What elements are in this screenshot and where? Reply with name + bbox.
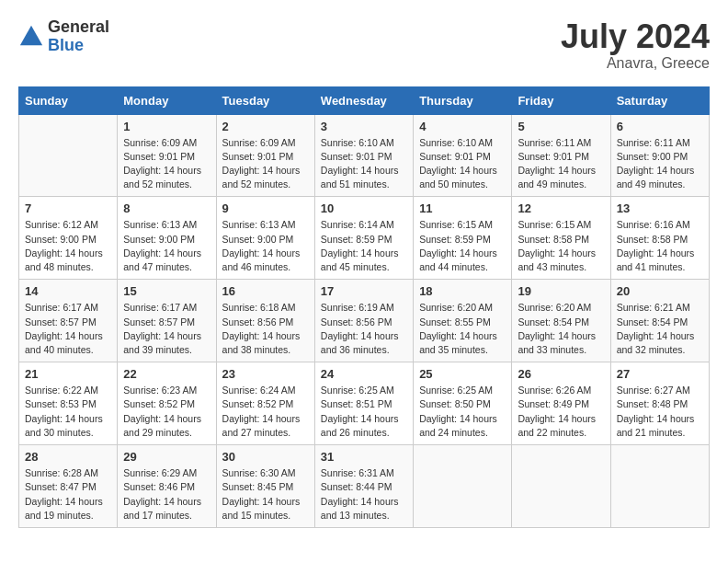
day-info: Sunrise: 6:09 AMSunset: 9:01 PMDaylight:… <box>222 136 309 192</box>
calendar-cell: 4Sunrise: 6:10 AMSunset: 9:01 PMDaylight… <box>414 114 512 197</box>
day-info: Sunrise: 6:10 AMSunset: 9:01 PMDaylight:… <box>321 136 407 192</box>
calendar-cell: 9Sunrise: 6:13 AMSunset: 9:00 PMDaylight… <box>216 197 314 280</box>
day-info: Sunrise: 6:17 AMSunset: 8:57 PMDaylight:… <box>25 301 111 357</box>
calendar-cell: 31Sunrise: 6:31 AMSunset: 8:44 PMDayligh… <box>314 445 413 528</box>
day-number: 28 <box>25 450 111 464</box>
day-header-tuesday: Tuesday <box>216 86 314 114</box>
logo-icon <box>18 24 44 50</box>
day-info: Sunrise: 6:09 AMSunset: 9:01 PMDaylight:… <box>123 136 210 192</box>
day-number: 13 <box>617 201 703 215</box>
day-number: 15 <box>123 284 210 298</box>
day-info: Sunrise: 6:10 AMSunset: 9:01 PMDaylight:… <box>419 136 506 192</box>
calendar-week-1: 1Sunrise: 6:09 AMSunset: 9:01 PMDaylight… <box>19 114 710 197</box>
calendar-cell: 22Sunrise: 6:23 AMSunset: 8:52 PMDayligh… <box>118 362 216 445</box>
calendar-cell: 11Sunrise: 6:15 AMSunset: 8:59 PMDayligh… <box>414 197 512 280</box>
calendar-cell: 13Sunrise: 6:16 AMSunset: 8:58 PMDayligh… <box>610 197 709 280</box>
calendar-week-5: 28Sunrise: 6:28 AMSunset: 8:47 PMDayligh… <box>19 445 710 528</box>
day-number: 20 <box>617 284 703 298</box>
calendar-cell: 10Sunrise: 6:14 AMSunset: 8:59 PMDayligh… <box>314 197 413 280</box>
day-number: 21 <box>25 367 111 381</box>
day-number: 27 <box>617 367 703 381</box>
day-info: Sunrise: 6:16 AMSunset: 8:58 PMDaylight:… <box>617 218 703 274</box>
day-info: Sunrise: 6:25 AMSunset: 8:51 PMDaylight:… <box>321 384 407 440</box>
day-number: 10 <box>321 201 407 215</box>
calendar-cell: 24Sunrise: 6:25 AMSunset: 8:51 PMDayligh… <box>314 362 413 445</box>
calendar-cell: 25Sunrise: 6:25 AMSunset: 8:50 PMDayligh… <box>414 362 512 445</box>
calendar-cell: 3Sunrise: 6:10 AMSunset: 9:01 PMDaylight… <box>314 114 413 197</box>
day-info: Sunrise: 6:20 AMSunset: 8:54 PMDaylight:… <box>518 301 604 357</box>
day-info: Sunrise: 6:30 AMSunset: 8:45 PMDaylight:… <box>222 466 309 523</box>
day-info: Sunrise: 6:18 AMSunset: 8:56 PMDaylight:… <box>222 301 309 357</box>
day-info: Sunrise: 6:31 AMSunset: 8:44 PMDaylight:… <box>321 466 407 523</box>
day-number: 17 <box>321 284 407 298</box>
calendar-cell: 28Sunrise: 6:28 AMSunset: 8:47 PMDayligh… <box>19 445 118 528</box>
day-info: Sunrise: 6:12 AMSunset: 9:00 PMDaylight:… <box>25 218 111 274</box>
days-of-week-row: SundayMondayTuesdayWednesdayThursdayFrid… <box>19 86 710 114</box>
month-year-title: July 2024 <box>561 18 710 55</box>
day-number: 4 <box>419 120 506 133</box>
calendar-cell: 14Sunrise: 6:17 AMSunset: 8:57 PMDayligh… <box>19 280 118 362</box>
calendar-cell: 6Sunrise: 6:11 AMSunset: 9:00 PMDaylight… <box>610 114 709 197</box>
calendar-cell: 8Sunrise: 6:13 AMSunset: 9:00 PMDaylight… <box>118 197 216 280</box>
calendar-table: SundayMondayTuesdayWednesdayThursdayFrid… <box>18 86 710 528</box>
day-header-wednesday: Wednesday <box>314 86 413 114</box>
day-number: 2 <box>222 120 309 133</box>
calendar-cell: 15Sunrise: 6:17 AMSunset: 8:57 PMDayligh… <box>118 280 216 362</box>
calendar-week-4: 21Sunrise: 6:22 AMSunset: 8:53 PMDayligh… <box>19 362 710 445</box>
day-number: 1 <box>123 120 210 133</box>
calendar-cell: 17Sunrise: 6:19 AMSunset: 8:56 PMDayligh… <box>314 280 413 362</box>
day-header-friday: Friday <box>512 86 610 114</box>
calendar-cell: 18Sunrise: 6:20 AMSunset: 8:55 PMDayligh… <box>414 280 512 362</box>
logo-blue: Blue <box>48 37 109 55</box>
day-info: Sunrise: 6:22 AMSunset: 8:53 PMDaylight:… <box>25 384 111 440</box>
day-number: 23 <box>222 367 309 381</box>
logo-text: General Blue <box>48 18 109 55</box>
calendar-cell: 7Sunrise: 6:12 AMSunset: 9:00 PMDaylight… <box>19 197 118 280</box>
day-number: 5 <box>518 120 604 133</box>
day-number: 19 <box>518 284 604 298</box>
day-header-monday: Monday <box>118 86 216 114</box>
day-info: Sunrise: 6:14 AMSunset: 8:59 PMDaylight:… <box>321 218 407 274</box>
calendar-cell: 5Sunrise: 6:11 AMSunset: 9:01 PMDaylight… <box>512 114 610 197</box>
day-number: 9 <box>222 201 309 215</box>
day-number: 16 <box>222 284 309 298</box>
day-info: Sunrise: 6:28 AMSunset: 8:47 PMDaylight:… <box>25 466 111 523</box>
page-header: General Blue July 2024 Anavra, Greece <box>18 18 710 72</box>
logo-general: General <box>48 18 109 37</box>
day-number: 12 <box>518 201 604 215</box>
location-subtitle: Anavra, Greece <box>561 55 710 72</box>
day-info: Sunrise: 6:29 AMSunset: 8:46 PMDaylight:… <box>123 466 210 523</box>
day-number: 6 <box>617 120 703 133</box>
day-header-sunday: Sunday <box>19 86 118 114</box>
calendar-cell <box>414 445 512 528</box>
calendar-body: 1Sunrise: 6:09 AMSunset: 9:01 PMDaylight… <box>19 114 710 527</box>
day-info: Sunrise: 6:13 AMSunset: 9:00 PMDaylight:… <box>123 218 210 274</box>
day-info: Sunrise: 6:17 AMSunset: 8:57 PMDaylight:… <box>123 301 210 357</box>
day-header-thursday: Thursday <box>414 86 512 114</box>
day-number: 31 <box>321 450 407 464</box>
calendar-cell: 2Sunrise: 6:09 AMSunset: 9:01 PMDaylight… <box>216 114 314 197</box>
calendar-week-2: 7Sunrise: 6:12 AMSunset: 9:00 PMDaylight… <box>19 197 710 280</box>
day-info: Sunrise: 6:27 AMSunset: 8:48 PMDaylight:… <box>617 384 703 440</box>
calendar-cell: 23Sunrise: 6:24 AMSunset: 8:52 PMDayligh… <box>216 362 314 445</box>
day-number: 30 <box>222 450 309 464</box>
day-number: 24 <box>321 367 407 381</box>
calendar-cell <box>610 445 709 528</box>
calendar-cell: 1Sunrise: 6:09 AMSunset: 9:01 PMDaylight… <box>118 114 216 197</box>
day-info: Sunrise: 6:11 AMSunset: 9:01 PMDaylight:… <box>518 136 604 192</box>
day-number: 7 <box>25 201 111 215</box>
calendar-cell: 20Sunrise: 6:21 AMSunset: 8:54 PMDayligh… <box>610 280 709 362</box>
calendar-header: SundayMondayTuesdayWednesdayThursdayFrid… <box>19 86 710 114</box>
calendar-cell: 26Sunrise: 6:26 AMSunset: 8:49 PMDayligh… <box>512 362 610 445</box>
calendar-cell <box>19 114 118 197</box>
calendar-cell: 21Sunrise: 6:22 AMSunset: 8:53 PMDayligh… <box>19 362 118 445</box>
day-info: Sunrise: 6:13 AMSunset: 9:00 PMDaylight:… <box>222 218 309 274</box>
day-number: 14 <box>25 284 111 298</box>
day-header-saturday: Saturday <box>610 86 709 114</box>
day-number: 26 <box>518 367 604 381</box>
calendar-cell: 29Sunrise: 6:29 AMSunset: 8:46 PMDayligh… <box>118 445 216 528</box>
day-info: Sunrise: 6:23 AMSunset: 8:52 PMDaylight:… <box>123 384 210 440</box>
calendar-cell: 27Sunrise: 6:27 AMSunset: 8:48 PMDayligh… <box>610 362 709 445</box>
calendar-cell <box>512 445 610 528</box>
day-number: 11 <box>419 201 506 215</box>
